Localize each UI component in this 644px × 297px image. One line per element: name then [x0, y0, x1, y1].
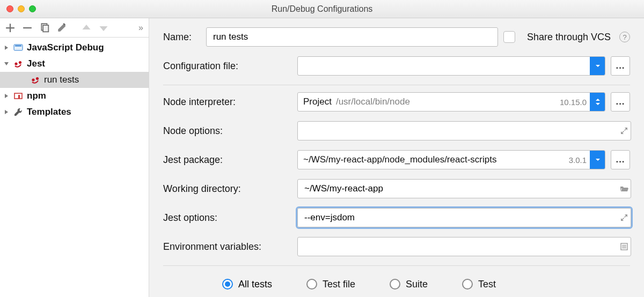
jest-options-input[interactable] — [297, 208, 631, 227]
config-file-combo[interactable] — [297, 56, 605, 76]
expand-icon — [3, 109, 10, 115]
jest-icon — [13, 59, 24, 69]
node-interpreter-prefix: Project — [303, 96, 332, 107]
radio-label: Test — [478, 279, 496, 290]
svg-rect-0 — [23, 27, 32, 28]
window-maximize-button[interactable] — [29, 5, 36, 12]
expand-icon — [3, 93, 10, 99]
radio-test[interactable]: Test — [462, 279, 496, 290]
config-file-label: Configuration file: — [163, 61, 297, 72]
node-interpreter-combo[interactable]: Project /usr/local/bin/node 10.15.0 — [297, 92, 605, 112]
tree-node-npm[interactable]: npm — [0, 88, 149, 104]
npm-icon — [13, 91, 24, 101]
radio-label: Suite — [406, 279, 428, 290]
svg-rect-2 — [43, 25, 48, 31]
window-traffic-lights — [0, 5, 36, 12]
svg-point-8 — [32, 78, 34, 81]
name-input[interactable] — [206, 27, 498, 47]
toolbar-more-button[interactable]: » — [138, 23, 143, 33]
radio-indicator — [306, 279, 317, 289]
svg-rect-5 — [15, 46, 21, 47]
expand-icon[interactable] — [618, 127, 630, 135]
window-title: Run/Debug Configurations — [0, 4, 644, 14]
chevron-down-icon[interactable] — [590, 57, 605, 75]
share-vcs-checkbox[interactable] — [503, 31, 515, 43]
folder-open-icon[interactable] — [618, 184, 630, 193]
node-interpreter-version: 10.15.0 — [560, 98, 590, 107]
svg-point-9 — [36, 77, 39, 80]
radio-label: All tests — [238, 279, 272, 290]
config-tree: JavaScript Debug Jest run tests npm Temp… — [0, 38, 149, 120]
radio-test-file[interactable]: Test file — [306, 279, 355, 290]
svg-point-6 — [14, 62, 17, 65]
node-interpreter-path: /usr/local/bin/node — [336, 96, 410, 107]
wrench-icon — [13, 107, 24, 117]
name-input-text[interactable] — [212, 31, 492, 43]
window-titlebar: Run/Debug Configurations — [0, 0, 644, 18]
jest-options-label: Jest options: — [163, 212, 297, 224]
config-file-browse-button[interactable]: ... — [611, 56, 630, 76]
jest-package-browse-button[interactable]: ... — [611, 150, 630, 169]
jest-package-label: Jest package: — [163, 154, 297, 166]
expand-icon — [3, 45, 10, 50]
tree-label: Jest — [27, 58, 45, 69]
move-up-button[interactable] — [82, 23, 91, 33]
divider — [163, 85, 630, 85]
working-dir-input[interactable] — [297, 179, 631, 198]
env-vars-label: Environment variables: — [163, 241, 297, 253]
radio-suite[interactable]: Suite — [390, 279, 428, 290]
tree-node-javascript-debug[interactable]: JavaScript Debug — [0, 40, 149, 56]
radio-indicator — [462, 279, 473, 289]
tree-label: Templates — [27, 107, 71, 117]
javascript-debug-icon — [13, 43, 24, 53]
env-vars-input[interactable] — [297, 237, 631, 256]
window-minimize-button[interactable] — [18, 5, 25, 12]
expand-icon[interactable] — [618, 213, 630, 222]
node-interpreter-label: Node interpreter: — [163, 96, 297, 108]
radio-all-tests[interactable]: All tests — [222, 279, 272, 290]
tree-node-run-tests[interactable]: run tests — [0, 72, 149, 88]
window-close-button[interactable] — [6, 5, 13, 12]
remove-config-button[interactable] — [23, 23, 32, 33]
jest-package-combo[interactable]: ~/WS/my-react-app/node_modules/react-scr… — [297, 150, 605, 169]
tree-node-jest[interactable]: Jest — [0, 56, 149, 72]
test-scope-radios: All tests Test file Suite Test — [163, 270, 630, 297]
node-options-label: Node options: — [163, 125, 297, 137]
stepper-icon[interactable] — [590, 93, 605, 111]
tree-node-templates[interactable]: Templates — [0, 104, 149, 120]
working-dir-label: Working directory: — [163, 183, 297, 195]
add-config-button[interactable] — [5, 23, 15, 33]
env-vars-text[interactable] — [303, 241, 612, 253]
share-vcs-label: Share through VCS — [527, 32, 611, 43]
jest-package-version: 3.0.1 — [569, 155, 590, 165]
node-interpreter-browse-button[interactable]: ... — [611, 92, 630, 112]
jest-options-text[interactable] — [303, 212, 612, 224]
divider — [163, 265, 630, 266]
svg-rect-11 — [18, 95, 20, 99]
collapse-icon — [3, 61, 10, 66]
help-icon[interactable]: ? — [619, 32, 630, 42]
move-down-button[interactable] — [99, 23, 108, 33]
tree-label: run tests — [44, 75, 79, 85]
svg-point-7 — [19, 61, 21, 64]
config-form: Name: Share through VCS ? Configuration … — [149, 18, 644, 297]
radio-label: Test file — [323, 279, 355, 290]
jest-icon — [30, 75, 41, 85]
working-dir-text[interactable] — [303, 183, 612, 195]
config-sidebar: » JavaScript Debug Jest run tests npm — [0, 18, 149, 297]
list-icon[interactable] — [618, 242, 630, 251]
copy-config-button[interactable] — [40, 23, 49, 33]
edit-defaults-button[interactable] — [57, 23, 67, 33]
jest-package-value: ~/WS/my-react-app/node_modules/react-scr… — [303, 154, 496, 165]
sidebar-toolbar: » — [0, 18, 149, 38]
radio-indicator — [390, 279, 400, 289]
name-label: Name: — [163, 32, 206, 43]
chevron-down-icon[interactable] — [590, 151, 605, 169]
tree-label: npm — [27, 91, 46, 101]
node-options-text[interactable] — [303, 125, 612, 137]
tree-label: JavaScript Debug — [27, 42, 104, 53]
radio-indicator — [222, 279, 233, 289]
node-options-input[interactable] — [297, 121, 631, 140]
